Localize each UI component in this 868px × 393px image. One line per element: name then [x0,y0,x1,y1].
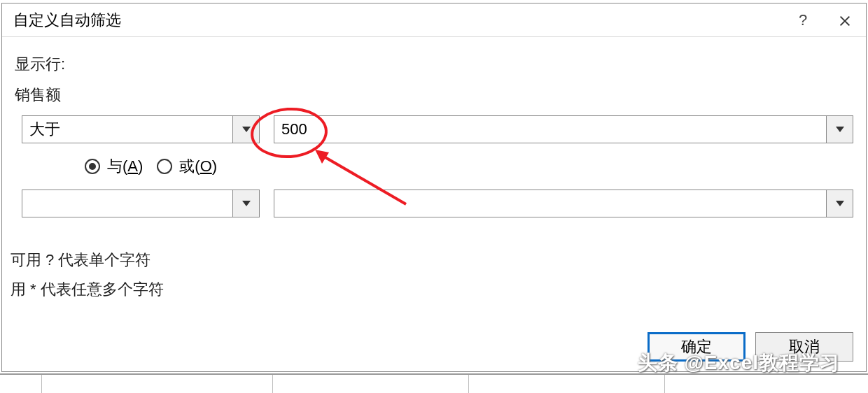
value-dropdown-2[interactable] [826,190,853,217]
chevron-down-icon [242,127,251,132]
close-icon [839,14,851,27]
chevron-down-icon [836,127,844,132]
titlebar: 自定义自动筛选 ? [2,3,866,37]
close-button[interactable] [824,3,866,37]
help-button[interactable]: ? [782,3,824,37]
value-combo-2[interactable] [274,190,853,217]
radio-and-label: 与(A) [107,156,143,177]
value-input-2[interactable] [274,190,826,217]
field-label: 销售额 [15,85,853,106]
operator-value-2 [22,190,232,217]
hint-question-mark: 可用 ? 代表单个字符 [10,250,853,271]
operator-dropdown-1[interactable] [232,116,259,143]
radio-or[interactable]: 或(O) [157,156,217,177]
dialog-body: 显示行: 销售额 大于 与(A) 或(O) [2,37,866,300]
hints: 可用 ? 代表单个字符 用 * 代表任意多个字符 [10,250,853,300]
dialog-title: 自定义自动筛选 [13,10,782,31]
criteria-row-1: 大于 [15,115,853,143]
value-dropdown-1[interactable] [826,116,853,143]
value-input-1[interactable] [274,116,826,143]
spreadsheet-edge [0,373,868,393]
operator-combo-2[interactable] [22,190,260,217]
radio-icon [157,159,172,174]
operator-dropdown-2[interactable] [232,190,259,217]
logic-radios: 与(A) 或(O) [85,156,853,177]
operator-combo-1[interactable]: 大于 [22,115,260,143]
show-rows-label: 显示行: [15,54,853,75]
radio-or-label: 或(O) [179,156,217,177]
chevron-down-icon [242,201,251,206]
chevron-down-icon [836,201,844,206]
criteria-row-2 [15,190,853,217]
watermark-text: 头条 @Excel教程学习 [638,350,840,376]
radio-and[interactable]: 与(A) [85,156,143,177]
custom-autofilter-dialog: 自定义自动筛选 ? 显示行: 销售额 大于 [1,3,867,372]
radio-icon [85,159,100,174]
hint-asterisk: 用 * 代表任意多个字符 [10,279,853,300]
operator-value-1: 大于 [22,116,232,143]
value-combo-1[interactable] [274,115,853,143]
